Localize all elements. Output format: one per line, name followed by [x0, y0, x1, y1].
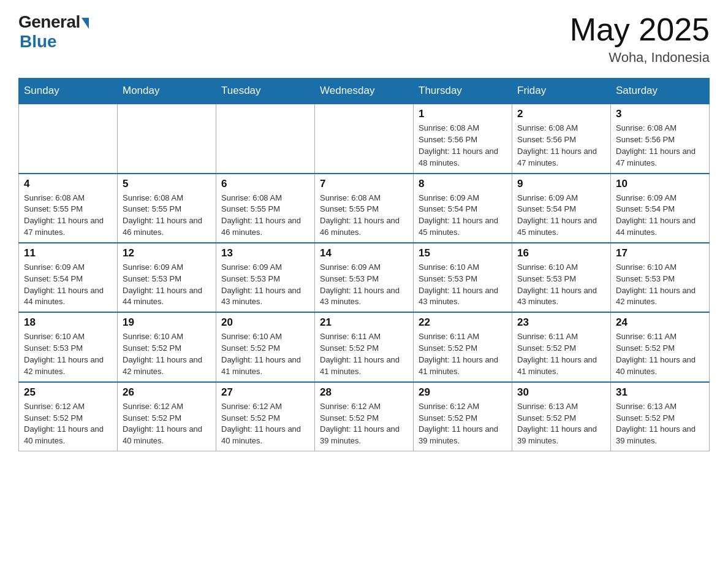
calendar-cell: 26Sunrise: 6:12 AM Sunset: 5:52 PM Dayli…	[118, 382, 216, 451]
calendar-cell: 8Sunrise: 6:09 AM Sunset: 5:54 PM Daylig…	[414, 174, 512, 243]
logo-arrow-icon	[82, 18, 89, 29]
day-info: Sunrise: 6:09 AM Sunset: 5:53 PM Dayligh…	[320, 262, 408, 308]
day-info: Sunrise: 6:09 AM Sunset: 5:54 PM Dayligh…	[616, 193, 704, 239]
day-info: Sunrise: 6:10 AM Sunset: 5:53 PM Dayligh…	[517, 262, 605, 308]
day-number: 16	[517, 247, 605, 259]
calendar-cell: 1Sunrise: 6:08 AM Sunset: 5:56 PM Daylig…	[414, 104, 512, 173]
day-info: Sunrise: 6:09 AM Sunset: 5:53 PM Dayligh…	[123, 262, 211, 308]
day-info: Sunrise: 6:13 AM Sunset: 5:52 PM Dayligh…	[616, 401, 704, 447]
calendar-cell	[118, 104, 216, 173]
calendar-cell: 12Sunrise: 6:09 AM Sunset: 5:53 PM Dayli…	[118, 243, 216, 312]
day-info: Sunrise: 6:11 AM Sunset: 5:52 PM Dayligh…	[517, 331, 605, 377]
day-info: Sunrise: 6:08 AM Sunset: 5:55 PM Dayligh…	[24, 193, 112, 239]
week-row-2: 4Sunrise: 6:08 AM Sunset: 5:55 PM Daylig…	[19, 174, 710, 243]
day-info: Sunrise: 6:09 AM Sunset: 5:53 PM Dayligh…	[221, 262, 309, 308]
calendar-cell: 10Sunrise: 6:09 AM Sunset: 5:54 PM Dayli…	[611, 174, 710, 243]
calendar-cell: 22Sunrise: 6:11 AM Sunset: 5:52 PM Dayli…	[414, 312, 512, 381]
day-info: Sunrise: 6:09 AM Sunset: 5:54 PM Dayligh…	[419, 193, 507, 239]
week-row-3: 11Sunrise: 6:09 AM Sunset: 5:54 PM Dayli…	[19, 243, 710, 312]
day-info: Sunrise: 6:08 AM Sunset: 5:56 PM Dayligh…	[419, 123, 507, 169]
col-monday: Monday	[118, 79, 216, 104]
day-number: 7	[320, 178, 408, 190]
calendar-cell: 2Sunrise: 6:08 AM Sunset: 5:56 PM Daylig…	[512, 104, 611, 173]
calendar-cell: 27Sunrise: 6:12 AM Sunset: 5:52 PM Dayli…	[216, 382, 315, 451]
day-info: Sunrise: 6:08 AM Sunset: 5:55 PM Dayligh…	[221, 193, 309, 239]
day-info: Sunrise: 6:12 AM Sunset: 5:52 PM Dayligh…	[123, 401, 211, 447]
day-number: 4	[24, 178, 112, 190]
day-number: 14	[320, 247, 408, 259]
day-info: Sunrise: 6:08 AM Sunset: 5:56 PM Dayligh…	[616, 123, 704, 169]
day-info: Sunrise: 6:08 AM Sunset: 5:55 PM Dayligh…	[123, 193, 211, 239]
col-tuesday: Tuesday	[216, 79, 315, 104]
day-number: 23	[517, 316, 605, 329]
day-info: Sunrise: 6:12 AM Sunset: 5:52 PM Dayligh…	[419, 401, 507, 447]
calendar-cell: 25Sunrise: 6:12 AM Sunset: 5:52 PM Dayli…	[19, 382, 118, 451]
calendar-cell: 16Sunrise: 6:10 AM Sunset: 5:53 PM Dayli…	[512, 243, 611, 312]
day-number: 13	[221, 247, 309, 259]
calendar-cell: 23Sunrise: 6:11 AM Sunset: 5:52 PM Dayli…	[512, 312, 611, 381]
week-row-1: 1Sunrise: 6:08 AM Sunset: 5:56 PM Daylig…	[19, 104, 710, 173]
day-number: 28	[320, 386, 408, 399]
calendar-cell: 21Sunrise: 6:11 AM Sunset: 5:52 PM Dayli…	[315, 312, 414, 381]
calendar-cell: 9Sunrise: 6:09 AM Sunset: 5:54 PM Daylig…	[512, 174, 611, 243]
week-row-4: 18Sunrise: 6:10 AM Sunset: 5:53 PM Dayli…	[19, 312, 710, 381]
calendar-cell: 4Sunrise: 6:08 AM Sunset: 5:55 PM Daylig…	[19, 174, 118, 243]
day-number: 15	[419, 247, 507, 259]
calendar-cell: 14Sunrise: 6:09 AM Sunset: 5:53 PM Dayli…	[315, 243, 414, 312]
col-friday: Friday	[512, 79, 611, 104]
day-number: 25	[24, 386, 112, 399]
col-saturday: Saturday	[611, 79, 710, 104]
day-info: Sunrise: 6:12 AM Sunset: 5:52 PM Dayligh…	[320, 401, 408, 447]
calendar-cell: 5Sunrise: 6:08 AM Sunset: 5:55 PM Daylig…	[118, 174, 216, 243]
calendar-cell	[19, 104, 118, 173]
day-info: Sunrise: 6:10 AM Sunset: 5:52 PM Dayligh…	[123, 331, 211, 377]
calendar-cell: 11Sunrise: 6:09 AM Sunset: 5:54 PM Dayli…	[19, 243, 118, 312]
day-info: Sunrise: 6:10 AM Sunset: 5:53 PM Dayligh…	[24, 331, 112, 377]
col-sunday: Sunday	[19, 79, 118, 104]
day-number: 20	[221, 316, 309, 329]
calendar-cell	[216, 104, 315, 173]
logo: General Blue	[18, 12, 89, 52]
day-number: 11	[24, 247, 112, 259]
col-wednesday: Wednesday	[315, 79, 414, 104]
day-info: Sunrise: 6:12 AM Sunset: 5:52 PM Dayligh…	[24, 401, 112, 447]
day-number: 1	[419, 108, 507, 120]
calendar-cell: 6Sunrise: 6:08 AM Sunset: 5:55 PM Daylig…	[216, 174, 315, 243]
day-number: 26	[123, 386, 211, 399]
calendar-cell: 15Sunrise: 6:10 AM Sunset: 5:53 PM Dayli…	[414, 243, 512, 312]
calendar-cell: 18Sunrise: 6:10 AM Sunset: 5:53 PM Dayli…	[19, 312, 118, 381]
calendar-cell: 28Sunrise: 6:12 AM Sunset: 5:52 PM Dayli…	[315, 382, 414, 451]
calendar-cell: 13Sunrise: 6:09 AM Sunset: 5:53 PM Dayli…	[216, 243, 315, 312]
calendar-cell: 19Sunrise: 6:10 AM Sunset: 5:52 PM Dayli…	[118, 312, 216, 381]
day-info: Sunrise: 6:11 AM Sunset: 5:52 PM Dayligh…	[320, 331, 408, 377]
calendar-cell: 7Sunrise: 6:08 AM Sunset: 5:55 PM Daylig…	[315, 174, 414, 243]
day-number: 9	[517, 178, 605, 190]
calendar-cell: 30Sunrise: 6:13 AM Sunset: 5:52 PM Dayli…	[512, 382, 611, 451]
month-year-title: May 2025	[570, 12, 710, 47]
day-info: Sunrise: 6:10 AM Sunset: 5:53 PM Dayligh…	[616, 262, 704, 308]
day-info: Sunrise: 6:08 AM Sunset: 5:55 PM Dayligh…	[320, 193, 408, 239]
day-info: Sunrise: 6:08 AM Sunset: 5:56 PM Dayligh…	[517, 123, 605, 169]
day-info: Sunrise: 6:10 AM Sunset: 5:53 PM Dayligh…	[419, 262, 507, 308]
col-thursday: Thursday	[414, 79, 512, 104]
day-info: Sunrise: 6:13 AM Sunset: 5:52 PM Dayligh…	[517, 401, 605, 447]
logo-blue-text: Blue	[20, 32, 57, 52]
day-number: 8	[419, 178, 507, 190]
calendar-cell: 20Sunrise: 6:10 AM Sunset: 5:52 PM Dayli…	[216, 312, 315, 381]
day-number: 22	[419, 316, 507, 329]
calendar-cell: 3Sunrise: 6:08 AM Sunset: 5:56 PM Daylig…	[611, 104, 710, 173]
day-number: 24	[616, 316, 704, 329]
day-info: Sunrise: 6:12 AM Sunset: 5:52 PM Dayligh…	[221, 401, 309, 447]
day-number: 21	[320, 316, 408, 329]
day-info: Sunrise: 6:11 AM Sunset: 5:52 PM Dayligh…	[419, 331, 507, 377]
calendar-cell	[315, 104, 414, 173]
logo-general-text: General	[18, 12, 80, 32]
day-number: 27	[221, 386, 309, 399]
day-info: Sunrise: 6:09 AM Sunset: 5:54 PM Dayligh…	[517, 193, 605, 239]
calendar-cell: 17Sunrise: 6:10 AM Sunset: 5:53 PM Dayli…	[611, 243, 710, 312]
calendar-header-row: Sunday Monday Tuesday Wednesday Thursday…	[19, 79, 710, 104]
day-number: 18	[24, 316, 112, 329]
calendar-cell: 31Sunrise: 6:13 AM Sunset: 5:52 PM Dayli…	[611, 382, 710, 451]
day-info: Sunrise: 6:11 AM Sunset: 5:52 PM Dayligh…	[616, 331, 704, 377]
calendar-table: Sunday Monday Tuesday Wednesday Thursday…	[18, 78, 710, 451]
